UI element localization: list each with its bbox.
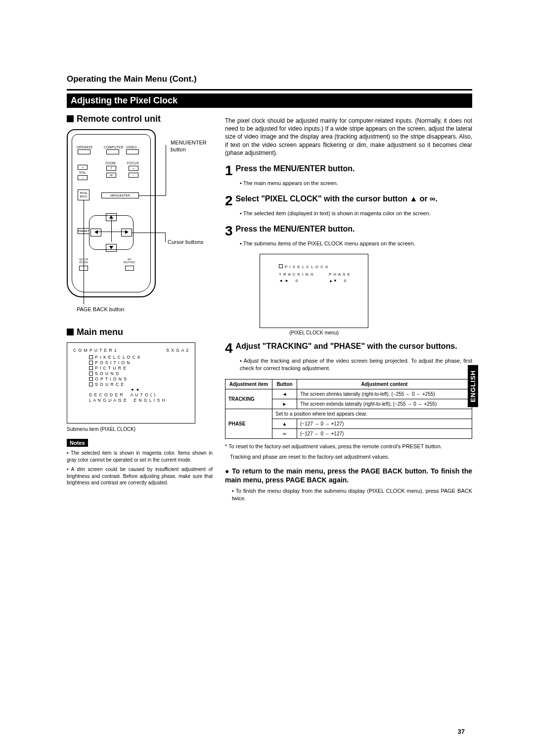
menu-item-icon: [89, 372, 93, 376]
row-phase-desc: Set to a position where text appears cle…: [272, 409, 472, 419]
intro-text: The pixel clock should be adjusted mainl…: [225, 117, 472, 157]
adjustment-table: Adjustment item Button Adjustment conten…: [225, 379, 472, 439]
vol-label: VOL: [79, 171, 86, 174]
video-button: [126, 149, 139, 154]
step-2-title: Select "PIXEL CLOCK" with the cursor but…: [236, 194, 438, 208]
th-adjustment-item: Adjustment item: [225, 379, 272, 389]
step-1-bullet: The main menu appears on the screen.: [240, 180, 472, 187]
focus-plus-button: +: [129, 166, 138, 171]
row-tracking-right-content: The screen extends laterally (right-to-l…: [297, 399, 472, 409]
menu-item-source: S O U R C E: [95, 382, 124, 387]
notes-label: Notes: [67, 439, 88, 447]
computer-label: COMPUTER: [104, 145, 124, 149]
menu-enter-callout: MENU/ENTERbutton: [171, 139, 207, 153]
step-2: 2 Select "PIXEL CLOCK" with the cursor b…: [225, 194, 472, 208]
menu-item-icon: [89, 355, 93, 359]
computer-button: [106, 149, 119, 154]
step-4: 4 Adjust "TRACKING" and "PHASE" with the…: [225, 341, 472, 355]
row-tracking-left-btn: ◄: [272, 389, 297, 399]
step-4-number: 4: [225, 341, 233, 355]
vol-minus-button: −: [78, 175, 88, 180]
return-heading: To return to the main menu, press the PA…: [225, 467, 472, 484]
page-back-callout: PAGE BACK button: [77, 306, 124, 312]
step-1: 1 Press the MENU/ENTER button.: [225, 164, 472, 178]
remote-heading: Remote control unit: [67, 114, 213, 124]
footnote-reset-2: Tracking and phase are reset to the fact…: [230, 453, 472, 461]
return-bullet: To finish the menu display from the subm…: [232, 487, 472, 502]
step-2-number: 2: [225, 194, 233, 208]
step-3-number: 3: [225, 224, 233, 238]
row-tracking-label: TRACKING: [225, 389, 272, 409]
cursor-left-button: [90, 229, 101, 236]
row-phase-down-content: (−127 ← 0 ← +127): [297, 429, 472, 439]
note-2: A dim screen could be caused by insuffic…: [67, 466, 213, 486]
row-tracking-right-btn: ►: [272, 399, 297, 409]
th-button: Button: [272, 379, 297, 389]
zoom-label: ZOOM: [105, 161, 116, 165]
note-1: The selected item is shown in magenta co…: [67, 450, 213, 463]
page-header: Operating the Main Menu (Cont.): [67, 74, 472, 84]
vol-plus-button: +: [78, 165, 88, 170]
menu-item-sound: S O U N D: [95, 371, 119, 376]
menu-caption: Submenu item (PIXEL CLOCK): [67, 426, 213, 432]
step-2-bullet: The selected item (displayed in text) is…: [240, 210, 472, 217]
page-back-button: PAGEBACK: [78, 189, 89, 200]
cursor-down-button: [106, 244, 117, 252]
language-tab: ENGLISH: [468, 365, 478, 407]
menu-enter-button: MENU/ENTER: [101, 192, 139, 198]
row-tracking-left-content: The screen shrinks laterally (right-to-l…: [297, 389, 472, 399]
menu-item-icon: [89, 377, 93, 381]
zoom-w-button: W: [106, 173, 116, 178]
pixel-clock-caption: (PIXEL CLOCK menu): [260, 330, 368, 335]
step-1-number: 1: [225, 164, 233, 178]
th-content: Adjustment content: [297, 379, 472, 389]
pixel-clock-menu-illustration: P I X E L C L O C K T R A C K I N G◄ ► 0…: [260, 254, 368, 328]
av-muting-button: [125, 266, 134, 271]
menu-language-label: L A N G U A G E: [89, 398, 127, 403]
menu-item-icon: [89, 366, 93, 370]
menu-decoder-label: D E C O D E R: [89, 392, 124, 397]
row-phase-label: PHASE: [225, 409, 272, 439]
row-phase-up-btn: ▲: [272, 419, 297, 429]
cursor-right-button: [121, 229, 132, 236]
step-3: 3 Press the MENU/ENTER button.: [225, 224, 472, 238]
menu-item-options: O P T I O N S: [95, 377, 127, 381]
step-1-title: Press the MENU/ENTER button.: [236, 164, 355, 178]
zoom-t-button: T: [106, 166, 116, 171]
row-phase-up-content: (−127 → 0 → +127): [297, 419, 472, 429]
menu-item-icon: [89, 361, 93, 365]
menu-item-icon: [89, 382, 93, 386]
header-rule: [67, 89, 472, 91]
av-muting-label: AVMUTING: [124, 258, 135, 264]
menu-source-label: C O M P U T E R 1: [73, 348, 117, 353]
focus-label: FOCUS: [127, 161, 139, 165]
focus-minus-button: −: [129, 173, 138, 178]
row-phase-down-btn: ∞: [272, 429, 297, 439]
menu-item-picture: P I C T U R E: [95, 366, 127, 371]
step-3-bullet: The submenu items of the PIXEL CLOCK men…: [240, 240, 472, 247]
menu-language-value: E N G L I S H: [134, 398, 166, 403]
main-menu-illustration: C O M P U T E R 1 S X G A 2 P I X E L C …: [67, 342, 195, 424]
cursor-callout: Cursor buttons: [168, 239, 203, 245]
step-4-title: Adjust "TRACKING" and "PHASE" with the c…: [236, 341, 457, 355]
menu-decoder-value: A U T O ( ): [131, 392, 156, 397]
operate-label: OPERATE: [77, 145, 93, 149]
footnote-reset: * To reset to the factory-set adjustment…: [225, 443, 472, 450]
main-menu-heading: Main menu: [67, 327, 213, 337]
menu-mode-label: S X G A 2: [166, 348, 189, 353]
section-title-bar: Adjusting the Pixel Clock: [67, 94, 472, 108]
remote-illustration: OPERATE COMPUTER VIDEO VOL + − ZOOM T W …: [67, 129, 213, 312]
menu-item-pixel-clock: P I X E L C L O C K: [95, 355, 141, 360]
step-4-bullet: Adjust the tracking and phase of the vid…: [240, 357, 472, 372]
page-number: 37: [458, 728, 465, 735]
step-3-title: Press the MENU/ENTER button.: [236, 224, 355, 238]
menu-item-position: P O S I T I O N: [95, 360, 131, 365]
video-label: VIDEO: [126, 145, 137, 149]
operate-button: [78, 149, 90, 154]
